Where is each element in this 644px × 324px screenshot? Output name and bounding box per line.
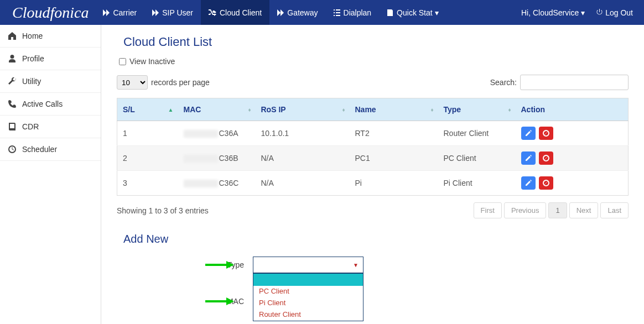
sidebar-item-label: CDR xyxy=(22,122,39,131)
records-per-page: 10 records per page xyxy=(117,75,210,90)
arrow-right-icon xyxy=(205,261,234,269)
sidebar-item-label: Scheduler xyxy=(22,145,57,154)
edit-button[interactable] xyxy=(521,176,536,190)
cell-name: RT2 xyxy=(350,121,438,146)
user-icon xyxy=(8,54,17,63)
type-dropdown: PC Client Pi Client Router Client xyxy=(253,273,363,321)
clock-icon xyxy=(8,145,17,154)
ban-icon xyxy=(543,180,549,186)
nav-cloud-client[interactable]: Cloud Client xyxy=(201,0,269,25)
sort-icon: ♦ xyxy=(430,107,433,113)
logout-label: Log Out xyxy=(605,8,633,17)
dropdown-option-pi[interactable]: Pi Client xyxy=(253,297,363,309)
sort-icon: ♦ xyxy=(342,107,345,113)
col-action: Action xyxy=(516,98,629,121)
cell-rosip: 10.1.0.1 xyxy=(256,121,350,146)
forward-icon xyxy=(152,9,159,16)
col-type[interactable]: Type♦ xyxy=(438,98,516,121)
type-select[interactable]: ▼ xyxy=(253,257,363,273)
search-input[interactable] xyxy=(520,75,629,90)
cell-rosip: N/A xyxy=(256,171,350,196)
chevron-down-icon: ▾ xyxy=(435,8,439,17)
client-table: S/L▲ MAC♦ RoS IP♦ Name♦ Type♦ Action 1 C… xyxy=(117,98,629,196)
delete-button[interactable] xyxy=(539,127,553,140)
cell-sl: 1 xyxy=(117,121,178,146)
nav-label: Cloud Client xyxy=(220,8,262,17)
nav-label: SIP User xyxy=(162,8,193,17)
delete-button[interactable] xyxy=(539,151,553,165)
ban-icon xyxy=(543,155,549,161)
col-name[interactable]: Name♦ xyxy=(350,98,438,121)
form-row-type: Type ▼ PC Client Pi Client Router Client xyxy=(178,257,629,273)
sort-asc-icon: ▲ xyxy=(168,107,174,113)
nav-quick-stat[interactable]: Quick Stat ▾ xyxy=(379,0,446,25)
cell-name: Pi xyxy=(350,171,438,196)
brand-logo: Cloudfonica xyxy=(6,4,95,22)
view-inactive-checkbox[interactable] xyxy=(119,58,126,65)
dropdown-selected-blank[interactable] xyxy=(253,274,363,286)
sidebar-item-label: Utility xyxy=(22,77,41,86)
cell-sl: 3 xyxy=(117,171,178,196)
nav-carrier[interactable]: Carrier xyxy=(95,0,144,25)
view-inactive-toggle[interactable]: View Inactive xyxy=(119,57,629,66)
col-mac[interactable]: MAC♦ xyxy=(178,98,256,121)
arrow-right-icon xyxy=(205,297,234,305)
main-content: Cloud Client List View Inactive 10 recor… xyxy=(101,25,644,324)
sort-icon: ♦ xyxy=(508,107,511,113)
view-inactive-label: View Inactive xyxy=(129,57,175,66)
pencil-icon xyxy=(525,180,532,186)
list-icon xyxy=(334,9,340,16)
sidebar-item-utility[interactable]: Utility xyxy=(0,70,101,93)
sidebar-item-scheduler[interactable]: Scheduler xyxy=(0,138,101,161)
sidebar-item-cdr[interactable]: CDR xyxy=(0,116,101,138)
nav-sip-user[interactable]: SIP User xyxy=(144,0,201,25)
cell-type: Pi Client xyxy=(438,171,516,196)
rpp-select[interactable]: 10 xyxy=(117,75,148,90)
pager-first[interactable]: First xyxy=(474,202,502,218)
shuffle-icon xyxy=(209,9,216,16)
form-row-mac: MAC xyxy=(178,293,629,310)
col-rosip[interactable]: RoS IP♦ xyxy=(256,98,350,121)
phone-icon xyxy=(8,100,17,108)
logout-link[interactable]: Log Out xyxy=(596,8,633,17)
pencil-icon xyxy=(525,130,532,137)
forward-icon xyxy=(103,9,110,16)
sidebar-item-profile[interactable]: Profile xyxy=(0,48,101,70)
cell-name: PC1 xyxy=(350,146,438,171)
cell-sl: 2 xyxy=(117,146,178,171)
sidebar-item-active-calls[interactable]: Active Calls xyxy=(0,93,101,116)
chevron-down-icon: ▼ xyxy=(353,262,359,268)
wrench-icon xyxy=(8,77,17,86)
nav-label: Dialplan xyxy=(344,8,372,17)
pager-last[interactable]: Last xyxy=(600,202,629,218)
chevron-down-icon: ▾ xyxy=(581,8,585,17)
svg-marker-3 xyxy=(226,297,234,305)
home-icon xyxy=(8,32,17,40)
add-new-title: Add New xyxy=(123,233,629,245)
nav-label: Quick Stat xyxy=(397,8,433,17)
sidebar-item-home[interactable]: Home xyxy=(0,25,101,48)
cell-mac: C36A xyxy=(178,121,256,146)
nav-gateway[interactable]: Gateway xyxy=(269,0,325,25)
delete-button[interactable] xyxy=(539,176,553,190)
cell-type: Router Client xyxy=(438,121,516,146)
nav-dialplan[interactable]: Dialplan xyxy=(326,0,380,25)
search-label: Search: xyxy=(490,78,517,87)
table-row: 1 C36A 10.1.0.1 RT2 Router Client xyxy=(117,121,629,146)
book-icon xyxy=(8,122,17,131)
sort-icon: ♦ xyxy=(248,107,251,113)
dropdown-option-router[interactable]: Router Client xyxy=(253,309,363,321)
user-menu[interactable]: Hi, CloudService ▾ xyxy=(521,8,585,17)
edit-button[interactable] xyxy=(521,151,536,165)
pager-page-1[interactable]: 1 xyxy=(548,202,567,218)
svg-marker-1 xyxy=(226,261,234,269)
nav-label: Carrier xyxy=(113,8,137,17)
col-sl[interactable]: S/L▲ xyxy=(117,98,178,121)
cell-mac: C36B xyxy=(178,146,256,171)
pager-next[interactable]: Next xyxy=(569,202,599,218)
dropdown-option-pc[interactable]: PC Client xyxy=(253,286,363,297)
ban-icon xyxy=(543,130,549,137)
doc-icon xyxy=(387,9,393,16)
edit-button[interactable] xyxy=(521,127,536,140)
pager-prev[interactable]: Previous xyxy=(504,202,547,218)
